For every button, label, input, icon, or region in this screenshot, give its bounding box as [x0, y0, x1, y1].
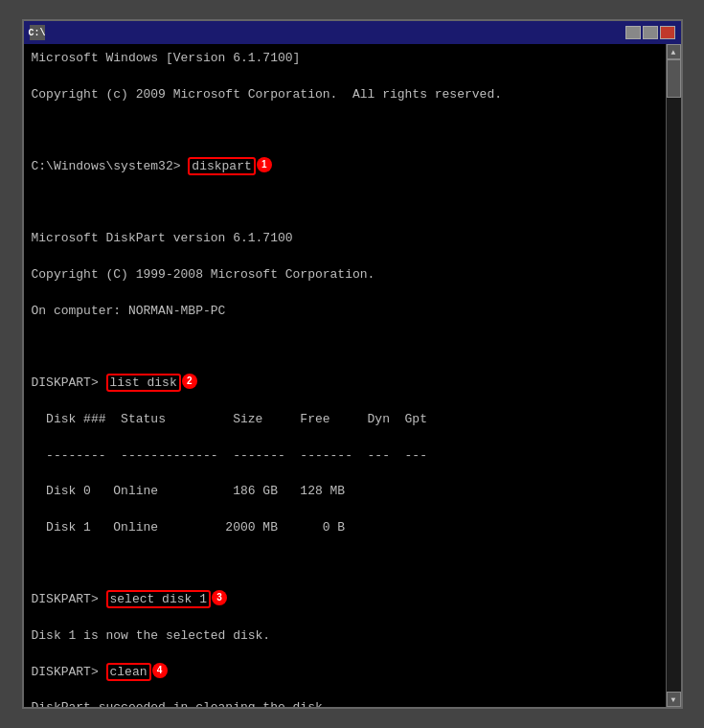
table-separator: -------- ------------- ------- ------- -…: [32, 447, 658, 466]
highlighted-command: clean: [106, 663, 151, 681]
output-line: Microsoft Windows [Version 6.1.7100]: [32, 50, 658, 68]
close-button[interactable]: [660, 26, 675, 39]
highlighted-command: diskpart: [188, 157, 255, 175]
blank-line: [32, 122, 658, 140]
command-line: DISKPART> list disk2: [32, 375, 658, 393]
output-line: DiskPart succeeded in cleaning the disk.: [32, 699, 658, 707]
scroll-up-button[interactable]: ▲: [667, 44, 681, 59]
highlighted-command: list disk: [106, 374, 181, 392]
maximize-button[interactable]: [643, 26, 658, 39]
highlighted-command: select disk 1: [106, 590, 211, 608]
window-controls: [625, 26, 675, 39]
title-bar: C:\: [24, 21, 681, 44]
step-badge: 1: [257, 157, 272, 172]
scrollbar[interactable]: ▲ ▼: [666, 44, 681, 707]
content-area: Microsoft Windows [Version 6.1.7100] Cop…: [24, 44, 681, 707]
cmd-window: C:\ Microsoft Windows [Version 6.1.7100]…: [22, 19, 683, 709]
scroll-track[interactable]: [667, 59, 681, 692]
output-line: On computer: NORMAN-MBP-PC: [32, 303, 658, 321]
output-line: Disk 1 is now the selected disk.: [32, 627, 658, 646]
table-row: Disk 0 Online 186 GB 128 MB: [32, 483, 658, 501]
window-icon: C:\: [30, 25, 45, 40]
output-line: Microsoft DiskPart version 6.1.7100: [32, 230, 658, 248]
scroll-thumb[interactable]: [667, 59, 681, 98]
command-line: DISKPART> clean4: [32, 664, 658, 682]
terminal-output[interactable]: Microsoft Windows [Version 6.1.7100] Cop…: [24, 44, 666, 707]
step-badge: 3: [212, 590, 227, 605]
step-badge: 4: [152, 663, 168, 678]
output-line: Copyright (C) 1999-2008 Microsoft Corpor…: [32, 266, 658, 284]
blank-line: [32, 556, 658, 574]
blank-line: [32, 339, 658, 357]
blank-line: [32, 194, 658, 213]
command-line: DISKPART> select disk 13: [32, 591, 658, 609]
table-header: Disk ### Status Size Free Dyn Gpt: [32, 411, 658, 429]
step-badge: 2: [182, 374, 197, 389]
output-line: Copyright (c) 2009 Microsoft Corporation…: [32, 86, 658, 104]
scroll-down-button[interactable]: ▼: [667, 692, 681, 707]
table-row: Disk 1 Online 2000 MB 0 B: [32, 519, 658, 537]
minimize-button[interactable]: [625, 26, 641, 39]
command-line: C:\Windows\system32> diskpart1: [32, 158, 658, 176]
